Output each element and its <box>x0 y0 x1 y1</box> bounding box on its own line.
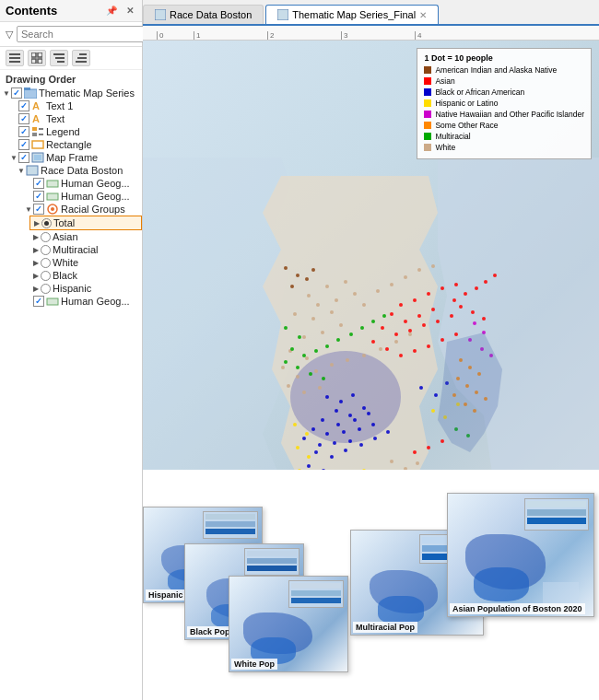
legend-label-0: American Indian and Alaska Native <box>435 65 557 75</box>
checkbox-racial[interactable] <box>33 204 44 215</box>
radio-multiracial[interactable] <box>41 245 51 255</box>
svg-point-121 <box>427 292 430 296</box>
radio-total[interactable] <box>41 218 52 228</box>
legend-label-6: Multiracial <box>435 132 470 141</box>
thumb-mini-legend-white <box>288 580 344 608</box>
tree-item-humangeo1[interactable]: Human Geog... <box>22 177 142 190</box>
thematic-label: Thematic Map Series <box>39 88 135 99</box>
tree-item-white[interactable]: ▶ White <box>29 256 142 269</box>
thumb-label-white: White Pop <box>231 659 277 670</box>
thumbnail-asian[interactable]: Asian Population of Boston 2020 <box>447 493 594 617</box>
expand-racial[interactable]: ▼ <box>24 205 33 214</box>
checkbox-hg1[interactable] <box>33 178 44 189</box>
search-input[interactable] <box>17 26 153 42</box>
svg-point-67 <box>351 393 355 397</box>
svg-point-80 <box>302 437 306 440</box>
svg-point-34 <box>325 285 329 288</box>
svg-point-32 <box>290 351 401 443</box>
expand-racedata[interactable]: ▼ <box>17 167 26 175</box>
toolbar-collapse-icon[interactable] <box>50 50 68 66</box>
legend-label-5: Some Other Race <box>435 121 498 130</box>
svg-point-89 <box>386 430 390 434</box>
svg-point-131 <box>422 323 426 327</box>
svg-point-138 <box>427 344 430 348</box>
legend-dot-7 <box>424 144 431 151</box>
checkbox-legend[interactable] <box>18 126 29 137</box>
expand-multiracial[interactable]: ▶ <box>31 246 41 254</box>
expand-black[interactable]: ▶ <box>31 272 41 280</box>
tree-item-multiracial[interactable]: ▶ Multiracial <box>29 243 142 256</box>
svg-point-70 <box>362 406 366 410</box>
tabs-bar: Race Data Boston Thematic Map Series_Fin… <box>143 0 599 26</box>
toolbar-grid-icon[interactable] <box>28 50 46 66</box>
svg-rect-10 <box>79 53 87 55</box>
tab-thematic-map[interactable]: Thematic Map Series_Final ✕ <box>265 5 439 24</box>
thumb-mini-legend-hispanic <box>203 511 258 539</box>
svg-rect-1 <box>9 57 20 59</box>
expand-white[interactable]: ▶ <box>31 259 41 267</box>
radio-asian[interactable] <box>41 232 51 242</box>
svg-point-153 <box>296 366 300 369</box>
radio-black[interactable] <box>41 271 51 281</box>
svg-point-136 <box>399 354 403 357</box>
radio-hispanic[interactable] <box>41 284 51 294</box>
svg-point-135 <box>385 347 389 351</box>
svg-rect-0 <box>9 53 20 55</box>
tree-item-text1[interactable]: A Text 1 <box>7 99 142 112</box>
tree-item-text[interactable]: A Text <box>7 112 142 125</box>
expand-asian[interactable]: ▶ <box>31 233 41 241</box>
thumbnail-white[interactable]: White Pop <box>229 576 348 672</box>
tab-race-data[interactable]: Race Data Boston <box>143 5 264 24</box>
svg-rect-26 <box>47 193 58 200</box>
expand-hispanic[interactable]: ▶ <box>31 285 41 293</box>
expand-total[interactable]: ▶ <box>32 219 41 228</box>
svg-point-187 <box>416 461 419 465</box>
svg-rect-31 <box>277 9 288 20</box>
svg-point-69 <box>348 414 352 417</box>
svg-point-61 <box>408 332 412 336</box>
drawing-order-label: Drawing Order <box>0 70 142 87</box>
svg-point-148 <box>349 332 353 336</box>
checkbox-hg2[interactable] <box>33 191 44 202</box>
tree-item-humangeo2[interactable]: Human Geog... <box>22 190 142 203</box>
tree-item-racial-groups[interactable]: ▼ Racial Groups <box>22 203 142 216</box>
hg3-icon <box>46 296 59 307</box>
tree-item-rectangle[interactable]: Rectangle <box>7 138 142 151</box>
contents-header: Contents 📌 ✕ <box>0 0 142 22</box>
legend-title: 1 Dot = 10 people <box>424 53 584 63</box>
thumb-label-asian: Asian Population of Boston 2020 <box>450 603 585 614</box>
pin-icon[interactable]: 📌 <box>103 5 120 17</box>
tree-item-black[interactable]: ▶ Black <box>29 269 142 282</box>
toolbar-expand-icon[interactable] <box>72 50 90 66</box>
toolbar-list-icon[interactable] <box>6 50 24 66</box>
header-icons: 📌 ✕ <box>103 5 136 17</box>
tree-item-asian[interactable]: ▶ Asian <box>29 230 142 243</box>
checkbox-rect[interactable] <box>18 139 29 150</box>
svg-point-147 <box>336 338 340 342</box>
svg-point-132 <box>436 320 440 323</box>
tree-item-race-data[interactable]: ▼ Race Data Boston <box>15 164 142 177</box>
svg-point-179 <box>431 409 435 413</box>
thumb-mini-legend-asian <box>524 498 589 531</box>
expand-mapframe[interactable]: ▼ <box>9 154 18 162</box>
tree-item-map-frame[interactable]: ▼ Map Frame <box>7 151 142 164</box>
checkbox-thematic[interactable] <box>11 88 22 99</box>
tree-item-hispanic[interactable]: ▶ Hispanic <box>29 282 142 295</box>
checkbox-text1[interactable] <box>18 100 29 111</box>
svg-point-71 <box>321 418 324 422</box>
svg-point-209 <box>493 274 497 277</box>
svg-point-47 <box>339 323 343 327</box>
tree-item-total[interactable]: ▶ Total <box>29 216 142 230</box>
expand-thematic[interactable]: ▼ <box>2 89 11 98</box>
checkbox-mapframe[interactable] <box>18 152 29 163</box>
svg-point-139 <box>440 338 444 342</box>
close-icon[interactable]: ✕ <box>123 5 136 17</box>
checkbox-text[interactable] <box>18 113 29 124</box>
checkbox-hg3[interactable] <box>33 296 44 307</box>
tree-item-thematic-map[interactable]: ▼ Thematic Map Series <box>0 87 142 99</box>
svg-point-46 <box>321 331 324 334</box>
radio-white[interactable] <box>41 258 51 268</box>
tab-close-icon[interactable]: ✕ <box>419 10 427 20</box>
tree-item-humangeo3[interactable]: Human Geog... <box>22 295 142 308</box>
tree-item-legend[interactable]: Legend <box>7 125 142 138</box>
